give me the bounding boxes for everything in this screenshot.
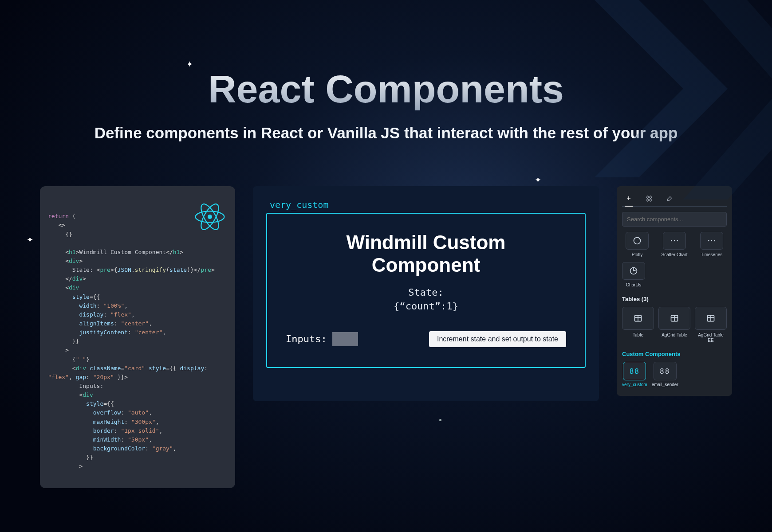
component-item-aggrid-ee[interactable]: AgGrid Table EE bbox=[695, 307, 727, 343]
page-subtitle: Define components in React or Vanilla JS… bbox=[0, 124, 772, 142]
code-text: Windmill Custom Component bbox=[79, 249, 166, 255]
custom-component-icon: 88 bbox=[654, 362, 677, 380]
code-token: stringify bbox=[135, 266, 166, 273]
component-label: Table bbox=[622, 332, 654, 338]
code-text: Inputs: bbox=[79, 383, 103, 389]
code-token: "center" bbox=[121, 320, 149, 327]
component-state-display: State: {“count”:1} bbox=[280, 286, 572, 313]
code-token: state bbox=[169, 266, 187, 273]
timeseries-icon bbox=[700, 232, 723, 250]
svg-rect-7 bbox=[649, 196, 652, 198]
search-input[interactable] bbox=[622, 212, 727, 227]
component-item-table[interactable]: Table bbox=[622, 307, 654, 343]
code-token: border bbox=[93, 427, 114, 434]
table-icon bbox=[695, 307, 727, 330]
chart-icon bbox=[626, 232, 649, 250]
code-token: backgroundColor bbox=[93, 445, 145, 452]
component-item-scatter[interactable]: Scatter Chart bbox=[659, 232, 689, 258]
svg-point-16 bbox=[714, 240, 715, 242]
svg-point-12 bbox=[674, 240, 675, 242]
svg-point-0 bbox=[208, 215, 212, 219]
inputs-label: Inputs: bbox=[286, 333, 327, 344]
sparkle-icon: ✦ bbox=[27, 235, 33, 245]
code-token: display bbox=[79, 311, 103, 318]
scatter-icon bbox=[663, 232, 686, 250]
custom-component-email-sender[interactable]: 88 email_sender bbox=[652, 362, 678, 387]
table-icon bbox=[622, 307, 654, 330]
components-sidebar: Plotly Scatter Chart Timeseries ChartJs … bbox=[617, 186, 732, 396]
code-token: "flex" bbox=[110, 311, 131, 318]
component-item-aggrid[interactable]: AgGrid Table bbox=[658, 307, 690, 343]
custom-component-very-custom[interactable]: 88 very_custom bbox=[622, 362, 647, 387]
svg-point-11 bbox=[671, 240, 672, 242]
section-title-tables: Tables (3) bbox=[622, 296, 727, 302]
component-item-chartjs[interactable]: ChartJs bbox=[622, 262, 645, 288]
react-logo-icon bbox=[173, 194, 225, 242]
inputs-display-box bbox=[332, 332, 358, 346]
component-label: AgGrid Table EE bbox=[695, 332, 727, 343]
svg-point-15 bbox=[711, 240, 713, 242]
code-token: justifyContent bbox=[79, 329, 128, 336]
component-title-line: Windmill Custom bbox=[347, 231, 506, 253]
code-token: "gray" bbox=[152, 445, 173, 452]
tab-components[interactable] bbox=[645, 192, 653, 206]
code-token: minWidth bbox=[93, 436, 121, 443]
component-item-plotly[interactable]: Plotly bbox=[622, 232, 652, 258]
component-preview-panel: very_custom Windmill Custom Component St… bbox=[253, 186, 599, 401]
code-token: "1px solid" bbox=[121, 427, 159, 434]
tab-add[interactable] bbox=[625, 192, 633, 207]
code-token: "50px" bbox=[128, 436, 149, 443]
tab-styling[interactable] bbox=[666, 192, 674, 206]
svg-point-14 bbox=[708, 240, 709, 242]
state-value: {“count”:1} bbox=[280, 300, 572, 313]
code-token: "300px" bbox=[131, 419, 156, 425]
code-token: "20px" bbox=[93, 374, 114, 380]
component-label: ChartJs bbox=[622, 282, 645, 288]
component-label: AgGrid Table bbox=[658, 332, 690, 338]
custom-component-icon: 88 bbox=[623, 362, 646, 380]
increment-button[interactable]: Increment state and set output to state bbox=[429, 331, 566, 347]
state-label: State: bbox=[280, 286, 572, 300]
component-title: Windmill Custom Component bbox=[280, 231, 572, 276]
section-title-custom: Custom Components bbox=[622, 351, 727, 357]
code-token: "center" bbox=[135, 329, 163, 336]
inputs-area: Inputs: bbox=[286, 332, 358, 346]
component-label: Plotly bbox=[622, 252, 652, 258]
component-title-line: Component bbox=[372, 254, 480, 276]
code-token: width bbox=[79, 302, 96, 309]
code-token: "100%" bbox=[103, 302, 124, 309]
svg-rect-9 bbox=[649, 199, 652, 201]
piechart-icon bbox=[622, 262, 645, 280]
code-token: JSON bbox=[118, 266, 131, 273]
table-icon bbox=[658, 307, 690, 330]
component-name-label: very_custom bbox=[270, 200, 586, 210]
page-title: React Components bbox=[0, 66, 772, 112]
component-frame: Windmill Custom Component State: {“count… bbox=[266, 213, 586, 368]
code-token: overflow bbox=[93, 409, 121, 416]
code-token: "auto" bbox=[128, 409, 149, 416]
sparkle-icon: ✦ bbox=[535, 175, 541, 185]
component-item-timeseries[interactable]: Timeseries bbox=[697, 232, 727, 258]
code-token: maxHeight bbox=[93, 419, 124, 425]
code-editor-panel: return ( <> {} <h1>Windmill Custom Compo… bbox=[40, 186, 235, 488]
svg-point-13 bbox=[677, 240, 678, 242]
component-label: Scatter Chart bbox=[659, 252, 689, 258]
code-token: alignItems bbox=[79, 320, 114, 327]
svg-rect-8 bbox=[646, 199, 649, 201]
component-label: very_custom bbox=[622, 382, 647, 387]
code-token: return bbox=[48, 213, 69, 219]
component-label: email_sender bbox=[652, 382, 678, 387]
svg-rect-6 bbox=[646, 196, 649, 198]
code-text: State: bbox=[72, 266, 97, 273]
sidebar-tabs bbox=[622, 191, 727, 207]
code-token: "card" bbox=[124, 365, 145, 372]
component-label: Timeseries bbox=[697, 252, 727, 258]
